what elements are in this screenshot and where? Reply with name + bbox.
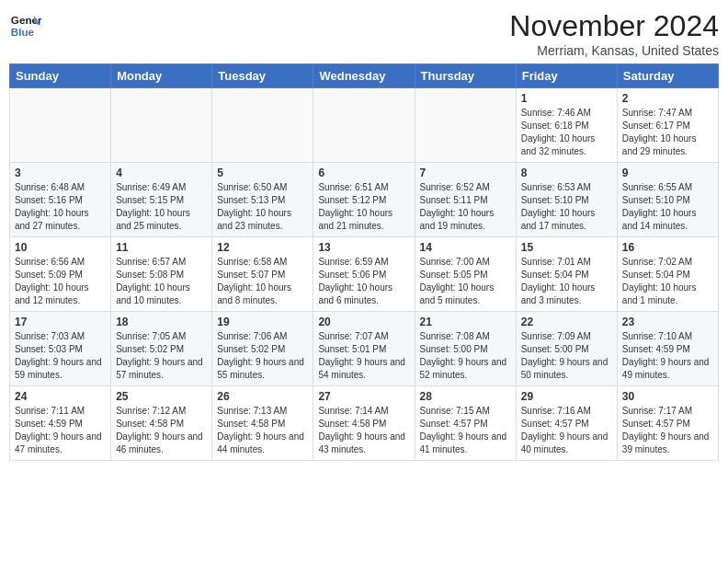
day-cell: 14Sunrise: 7:00 AM Sunset: 5:05 PM Dayli… (415, 237, 516, 312)
day-number: 2 (622, 92, 713, 105)
day-info: Sunrise: 6:58 AM Sunset: 5:07 PM Dayligh… (217, 256, 308, 307)
day-cell: 28Sunrise: 7:15 AM Sunset: 4:57 PM Dayli… (415, 386, 516, 461)
day-number: 15 (521, 241, 612, 254)
weekday-header-saturday: Saturday (617, 64, 718, 88)
day-info: Sunrise: 7:06 AM Sunset: 5:02 PM Dayligh… (217, 330, 308, 382)
day-number: 5 (217, 167, 308, 179)
day-number: 23 (622, 316, 713, 328)
day-number: 18 (116, 316, 207, 328)
day-cell: 8Sunrise: 6:53 AM Sunset: 5:10 PM Daylig… (516, 163, 617, 237)
day-number: 17 (15, 316, 106, 328)
day-cell: 17Sunrise: 7:03 AM Sunset: 5:03 PM Dayli… (10, 312, 111, 386)
day-number: 3 (15, 167, 106, 179)
day-info: Sunrise: 7:08 AM Sunset: 5:00 PM Dayligh… (420, 330, 511, 382)
title-block: November 2024 Merriam, Kansas, United St… (509, 9, 719, 58)
day-number: 26 (217, 390, 308, 403)
day-cell (212, 88, 313, 163)
day-info: Sunrise: 7:10 AM Sunset: 4:59 PM Dayligh… (622, 330, 713, 382)
day-number: 8 (521, 167, 612, 179)
day-cell: 19Sunrise: 7:06 AM Sunset: 5:02 PM Dayli… (212, 312, 313, 386)
day-cell: 21Sunrise: 7:08 AM Sunset: 5:00 PM Dayli… (415, 312, 516, 386)
day-info: Sunrise: 7:16 AM Sunset: 4:57 PM Dayligh… (521, 405, 612, 456)
day-cell: 27Sunrise: 7:14 AM Sunset: 4:58 PM Dayli… (313, 386, 415, 461)
day-info: Sunrise: 7:00 AM Sunset: 5:05 PM Dayligh… (420, 256, 511, 307)
logo-icon: General Blue (9, 9, 42, 42)
day-cell: 26Sunrise: 7:13 AM Sunset: 4:58 PM Dayli… (212, 386, 313, 461)
day-info: Sunrise: 6:56 AM Sunset: 5:09 PM Dayligh… (15, 256, 106, 307)
day-cell (10, 88, 111, 163)
day-info: Sunrise: 7:03 AM Sunset: 5:03 PM Dayligh… (15, 330, 106, 382)
day-number: 20 (318, 316, 409, 328)
page-header: General Blue November 2024 Merriam, Kans… (9, 9, 719, 58)
weekday-header-sunday: Sunday (10, 64, 111, 88)
day-cell (111, 88, 212, 163)
day-info: Sunrise: 7:12 AM Sunset: 4:58 PM Dayligh… (116, 405, 207, 456)
week-row-1: 1Sunrise: 7:46 AM Sunset: 6:18 PM Daylig… (10, 88, 719, 163)
svg-text:Blue: Blue (11, 26, 35, 38)
weekday-header-monday: Monday (111, 64, 212, 88)
day-number: 11 (116, 241, 207, 254)
day-info: Sunrise: 6:50 AM Sunset: 5:13 PM Dayligh… (217, 181, 308, 233)
day-info: Sunrise: 6:55 AM Sunset: 5:10 PM Dayligh… (622, 181, 713, 233)
day-info: Sunrise: 6:49 AM Sunset: 5:15 PM Dayligh… (116, 181, 207, 233)
logo: General Blue (9, 9, 42, 42)
weekday-header-friday: Friday (516, 64, 617, 88)
day-number: 6 (318, 167, 409, 179)
day-cell: 23Sunrise: 7:10 AM Sunset: 4:59 PM Dayli… (617, 312, 718, 386)
day-info: Sunrise: 7:13 AM Sunset: 4:58 PM Dayligh… (217, 405, 308, 456)
day-cell: 3Sunrise: 6:48 AM Sunset: 5:16 PM Daylig… (10, 163, 111, 237)
day-number: 22 (521, 316, 612, 328)
day-cell: 16Sunrise: 7:02 AM Sunset: 5:04 PM Dayli… (617, 237, 718, 312)
day-cell: 10Sunrise: 6:56 AM Sunset: 5:09 PM Dayli… (10, 237, 111, 312)
day-info: Sunrise: 6:52 AM Sunset: 5:11 PM Dayligh… (420, 181, 511, 233)
day-info: Sunrise: 6:57 AM Sunset: 5:08 PM Dayligh… (116, 256, 207, 307)
day-number: 29 (521, 390, 612, 403)
calendar-body: 1Sunrise: 7:46 AM Sunset: 6:18 PM Daylig… (10, 88, 719, 461)
day-cell: 30Sunrise: 7:17 AM Sunset: 4:57 PM Dayli… (617, 386, 718, 461)
calendar: SundayMondayTuesdayWednesdayThursdayFrid… (9, 63, 719, 461)
day-cell: 6Sunrise: 6:51 AM Sunset: 5:12 PM Daylig… (313, 163, 415, 237)
day-cell (313, 88, 415, 163)
day-info: Sunrise: 6:59 AM Sunset: 5:06 PM Dayligh… (318, 256, 409, 307)
day-info: Sunrise: 6:48 AM Sunset: 5:16 PM Dayligh… (15, 181, 106, 233)
day-cell: 15Sunrise: 7:01 AM Sunset: 5:04 PM Dayli… (516, 237, 617, 312)
day-cell: 2Sunrise: 7:47 AM Sunset: 6:17 PM Daylig… (617, 88, 718, 163)
weekday-header-wednesday: Wednesday (313, 64, 415, 88)
week-row-3: 10Sunrise: 6:56 AM Sunset: 5:09 PM Dayli… (10, 237, 719, 312)
month-title: November 2024 (509, 9, 719, 43)
day-info: Sunrise: 7:01 AM Sunset: 5:04 PM Dayligh… (521, 256, 612, 307)
day-number: 16 (622, 241, 713, 254)
day-number: 28 (420, 390, 511, 403)
day-cell: 5Sunrise: 6:50 AM Sunset: 5:13 PM Daylig… (212, 163, 313, 237)
day-info: Sunrise: 7:47 AM Sunset: 6:17 PM Dayligh… (622, 107, 713, 158)
day-number: 27 (318, 390, 409, 403)
weekday-header-tuesday: Tuesday (212, 64, 313, 88)
day-info: Sunrise: 7:07 AM Sunset: 5:01 PM Dayligh… (318, 330, 409, 382)
day-cell: 11Sunrise: 6:57 AM Sunset: 5:08 PM Dayli… (111, 237, 212, 312)
day-number: 24 (15, 390, 106, 403)
location: Merriam, Kansas, United States (509, 43, 719, 58)
day-cell: 13Sunrise: 6:59 AM Sunset: 5:06 PM Dayli… (313, 237, 415, 312)
weekday-header-thursday: Thursday (415, 64, 516, 88)
day-number: 25 (116, 390, 207, 403)
day-number: 30 (622, 390, 713, 403)
day-number: 10 (15, 241, 106, 254)
day-cell: 12Sunrise: 6:58 AM Sunset: 5:07 PM Dayli… (212, 237, 313, 312)
day-number: 12 (217, 241, 308, 254)
day-info: Sunrise: 7:02 AM Sunset: 5:04 PM Dayligh… (622, 256, 713, 307)
day-info: Sunrise: 7:17 AM Sunset: 4:57 PM Dayligh… (622, 405, 713, 456)
day-cell: 18Sunrise: 7:05 AM Sunset: 5:02 PM Dayli… (111, 312, 212, 386)
day-cell: 9Sunrise: 6:55 AM Sunset: 5:10 PM Daylig… (617, 163, 718, 237)
day-info: Sunrise: 7:05 AM Sunset: 5:02 PM Dayligh… (116, 330, 207, 382)
day-info: Sunrise: 7:11 AM Sunset: 4:59 PM Dayligh… (15, 405, 106, 456)
day-info: Sunrise: 7:46 AM Sunset: 6:18 PM Dayligh… (521, 107, 612, 158)
day-info: Sunrise: 6:53 AM Sunset: 5:10 PM Dayligh… (521, 181, 612, 233)
weekday-header-row: SundayMondayTuesdayWednesdayThursdayFrid… (10, 64, 719, 88)
day-cell: 22Sunrise: 7:09 AM Sunset: 5:00 PM Dayli… (516, 312, 617, 386)
week-row-4: 17Sunrise: 7:03 AM Sunset: 5:03 PM Dayli… (10, 312, 719, 386)
day-number: 9 (622, 167, 713, 179)
day-number: 13 (318, 241, 409, 254)
day-info: Sunrise: 7:09 AM Sunset: 5:00 PM Dayligh… (521, 330, 612, 382)
day-cell: 20Sunrise: 7:07 AM Sunset: 5:01 PM Dayli… (313, 312, 415, 386)
week-row-5: 24Sunrise: 7:11 AM Sunset: 4:59 PM Dayli… (10, 386, 719, 461)
